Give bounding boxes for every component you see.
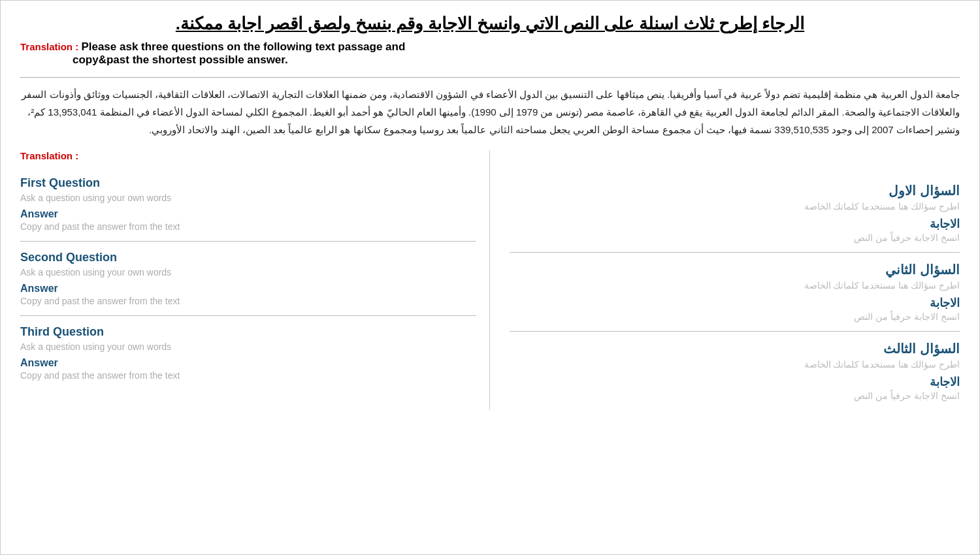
q3-answer-label-right: الاجابة <box>510 375 960 389</box>
section-translation-label: Translation : <box>20 150 78 161</box>
translation-colon: : <box>73 41 81 52</box>
q3-placeholder-right[interactable]: اطرح سؤالك هنا مستخدما كلماتك الخاصة <box>510 359 960 370</box>
q2-placeholder-right[interactable]: اطرح سؤالك هنا مستخدما كلماتك الخاصة <box>510 280 960 291</box>
translation-label-header: Translation <box>20 41 73 52</box>
q2-answer-label-right: الاجابة <box>510 296 960 310</box>
q2-placeholder-left[interactable]: Ask a question using your own words <box>20 267 476 278</box>
translation-english-line2: copy&past the shortest possible answer. <box>73 54 288 66</box>
q3-title-right: السؤال الثالث <box>510 341 960 357</box>
question-1-right: السؤال الاول اطرح سؤالك هنا مستخدما كلما… <box>510 174 960 253</box>
q1-answer-placeholder-left[interactable]: Copy and past the answer from the text <box>20 221 476 232</box>
q1-answer-placeholder-right[interactable]: انسخ الاجابة حرفياً من النص <box>510 232 960 243</box>
q1-placeholder-right[interactable]: اطرح سؤالك هنا مستخدما كلماتك الخاصة <box>510 201 960 212</box>
q1-title-left: First Question <box>20 176 476 190</box>
left-column: Translation : First Question Ask a quest… <box>20 150 490 410</box>
q1-title-right: السؤال الاول <box>510 183 960 198</box>
arabic-passage: جامعة الدول العربية هي منظمة إقليمية تضم… <box>20 77 960 138</box>
right-column: السؤال الاول اطرح سؤالك هنا مستخدما كلما… <box>490 150 960 410</box>
q1-answer-label-left: Answer <box>20 208 476 220</box>
q3-title-left: Third Question <box>20 325 476 339</box>
q2-answer-label-left: Answer <box>20 283 476 294</box>
q2-title-left: Second Question <box>20 251 476 264</box>
translation-english-line1: Please ask three questions on the follow… <box>81 40 405 53</box>
q2-title-right: السؤال الثاني <box>510 262 960 278</box>
question-1-left: First Question Ask a question using your… <box>20 167 476 242</box>
q1-placeholder-left[interactable]: Ask a question using your own words <box>20 193 476 203</box>
q3-placeholder-left[interactable]: Ask a question using your own words <box>20 341 476 352</box>
q2-answer-placeholder-right[interactable]: انسخ الاجابة حرفياً من النص <box>510 311 960 322</box>
q1-answer-label-right: الاجابة <box>510 217 960 231</box>
question-3-right: السؤال الثالث اطرح سؤالك هنا مستخدما كلم… <box>510 332 960 410</box>
q3-answer-placeholder-left[interactable]: Copy and past the answer from the text <box>20 370 476 381</box>
arabic-title: الرجاء إطرح ثلاث اسنلة على النص الاتي وا… <box>20 14 960 34</box>
question-3-left: Third Question Ask a question using your… <box>20 316 476 390</box>
question-2-left: Second Question Ask a question using you… <box>20 242 476 316</box>
q3-answer-placeholder-right[interactable]: انسخ الاجابة حرفياً من النص <box>510 390 960 401</box>
q2-answer-placeholder-left[interactable]: Copy and past the answer from the text <box>20 296 476 306</box>
questions-container: Translation : First Question Ask a quest… <box>20 150 960 410</box>
question-2-right: السؤال الثاني اطرح سؤالك هنا مستخدما كلم… <box>510 253 960 332</box>
q3-answer-label-left: Answer <box>20 357 476 369</box>
